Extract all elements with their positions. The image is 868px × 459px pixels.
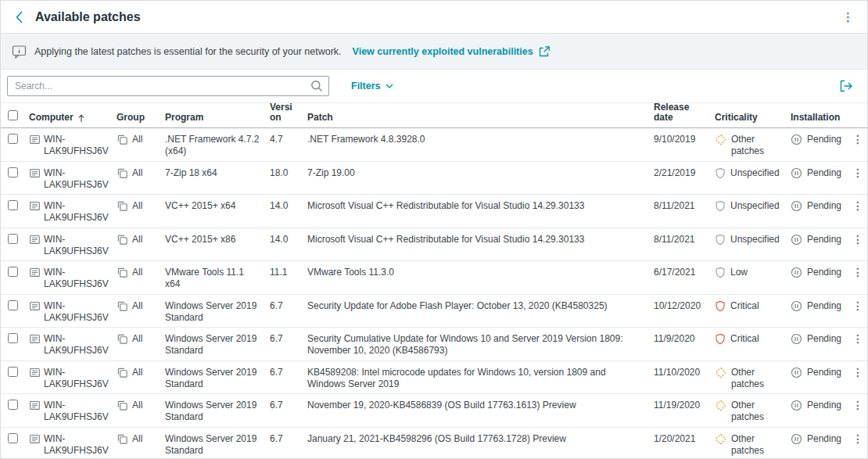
- row-menu-icon[interactable]: ⋮: [848, 267, 867, 278]
- filters-button[interactable]: Filters: [351, 81, 393, 91]
- criticality-cell: Other patches: [710, 400, 786, 423]
- table-row[interactable]: WIN-LAK9UFHSJ6V All VMware Tools 11.1 x6…: [1, 261, 867, 295]
- column-installation[interactable]: Installation: [786, 113, 848, 123]
- table-row[interactable]: WIN-LAK9UFHSJ6V All Windows Server 2019 …: [1, 361, 867, 395]
- row-menu-icon[interactable]: ⋮: [848, 333, 867, 345]
- column-patch[interactable]: Patch: [303, 113, 649, 123]
- toolbar: Filters: [1, 70, 867, 102]
- installation-status: Pending: [807, 134, 841, 145]
- table-row[interactable]: WIN-LAK9UFHSJ6V All VC++ 2015+ x64 14.0 …: [1, 195, 867, 228]
- column-group[interactable]: Group: [112, 113, 160, 123]
- row-checkbox[interactable]: [8, 267, 18, 277]
- computer-cell: WIN-LAK9UFHSJ6V: [24, 200, 112, 224]
- other-patch-icon: [715, 433, 726, 457]
- row-menu-icon[interactable]: ⋮: [848, 400, 867, 411]
- installation-status: Pending: [807, 300, 841, 312]
- row-check-cell: [1, 367, 24, 380]
- criticality-label: Other patches: [731, 433, 781, 457]
- criticality-shield-icon: [715, 300, 726, 312]
- installation-cell: Pending: [786, 200, 848, 212]
- row-check-cell: [1, 400, 24, 413]
- search-icon[interactable]: [310, 80, 323, 92]
- table-row[interactable]: WIN-LAK9UFHSJ6V All Windows Server 2019 …: [1, 428, 867, 459]
- column-version[interactable]: Version: [265, 102, 303, 123]
- pending-pause-icon: [791, 167, 802, 179]
- criticality-label: Unspecified: [730, 234, 780, 246]
- row-checkbox[interactable]: [8, 300, 18, 310]
- version: 6.7: [265, 367, 303, 378]
- group-cell: All: [112, 200, 160, 212]
- table-row[interactable]: WIN-LAK9UFHSJ6V All Windows Server 2019 …: [1, 295, 867, 328]
- row-checkbox[interactable]: [8, 167, 18, 178]
- criticality-label: Critical: [730, 300, 759, 312]
- info-bubble-icon: [12, 45, 27, 59]
- installation-cell: Pending: [786, 234, 848, 246]
- page-title: Available patches: [35, 10, 141, 24]
- row-menu-icon[interactable]: ⋮: [848, 200, 867, 212]
- search-input[interactable]: [7, 76, 329, 96]
- export-icon[interactable]: [838, 78, 855, 94]
- criticality-label: Low: [730, 267, 748, 278]
- table-row[interactable]: WIN-LAK9UFHSJ6V All 7-Zip 18 x64 18.0 7-…: [1, 162, 867, 195]
- other-patch-icon: [715, 134, 726, 157]
- computer-name: WIN-LAK9UFHSJ6V: [44, 134, 109, 157]
- row-menu-icon[interactable]: ⋮: [848, 167, 867, 179]
- external-link-icon[interactable]: [538, 45, 551, 58]
- row-checkbox[interactable]: [8, 367, 18, 377]
- patch-name: 7-Zip 19.00: [303, 167, 649, 179]
- installation-cell: Pending: [786, 333, 848, 345]
- row-checkbox[interactable]: [8, 433, 18, 443]
- computer-cell: WIN-LAK9UFHSJ6V: [24, 433, 112, 457]
- row-menu-icon[interactable]: ⋮: [848, 433, 867, 445]
- criticality-shield-icon: [715, 267, 726, 278]
- installation-cell: Pending: [786, 300, 848, 312]
- computer-name: WIN-LAK9UFHSJ6V: [44, 333, 109, 357]
- pending-pause-icon: [791, 433, 802, 445]
- available-patches-page: Available patches ⋮ Applying the latest …: [1, 1, 867, 459]
- column-release-date[interactable]: Release date: [649, 102, 710, 123]
- group-icon: [117, 300, 128, 312]
- program-name: Windows Server 2019 Standard: [160, 300, 265, 324]
- group-icon: [117, 367, 128, 378]
- row-menu-icon[interactable]: ⋮: [848, 367, 867, 378]
- table-row[interactable]: WIN-LAK9UFHSJ6V All Windows Server 2019 …: [1, 394, 867, 428]
- sort-ascending-icon[interactable]: [78, 114, 84, 123]
- criticality-label: Critical: [730, 333, 759, 345]
- row-menu-icon[interactable]: ⋮: [848, 300, 867, 312]
- release-date: 11/9/2020: [649, 333, 710, 345]
- row-checkbox[interactable]: [8, 400, 18, 410]
- group-icon: [117, 167, 128, 179]
- page-menu-icon[interactable]: ⋮: [838, 9, 858, 24]
- row-checkbox[interactable]: [8, 200, 18, 210]
- release-date: 6/17/2021: [649, 267, 710, 278]
- column-criticality[interactable]: Criticality: [710, 113, 786, 123]
- table-row[interactable]: WIN-LAK9UFHSJ6V All .NET Framework 4.7.2…: [1, 128, 867, 162]
- criticality-label: Other patches: [731, 400, 781, 423]
- row-menu-icon[interactable]: ⋮: [848, 234, 867, 246]
- row-checkbox[interactable]: [8, 134, 18, 144]
- exploited-vulnerabilities-link[interactable]: View currently exploited vulnerabilities: [353, 46, 533, 57]
- criticality-shield-icon: [715, 234, 726, 246]
- row-checkbox[interactable]: [8, 234, 18, 244]
- pending-pause-icon: [791, 234, 802, 246]
- criticality-cell: Unspecified: [710, 167, 786, 179]
- column-computer[interactable]: Computer: [24, 113, 112, 123]
- column-program[interactable]: Program: [160, 113, 265, 123]
- criticality-shield-icon: [715, 333, 726, 345]
- release-date: 10/12/2020: [649, 300, 710, 312]
- row-checkbox[interactable]: [8, 333, 18, 343]
- criticality-cell: Critical: [710, 300, 786, 312]
- criticality-cell: Unspecified: [710, 234, 786, 246]
- select-all-checkbox[interactable]: [8, 110, 18, 120]
- group-name: All: [132, 234, 142, 246]
- computer-cell: WIN-LAK9UFHSJ6V: [24, 367, 112, 390]
- patch-name: Microsoft Visual C++ Redistributable for…: [303, 234, 649, 246]
- table-row[interactable]: WIN-LAK9UFHSJ6V All VC++ 2015+ x86 14.0 …: [1, 228, 867, 262]
- group-icon: [117, 200, 128, 212]
- select-all-cell: [1, 110, 24, 123]
- back-button[interactable]: [10, 9, 27, 26]
- row-menu-icon[interactable]: ⋮: [848, 134, 867, 145]
- group-name: All: [132, 300, 142, 312]
- version: 6.7: [265, 400, 303, 411]
- table-row[interactable]: WIN-LAK9UFHSJ6V All Windows Server 2019 …: [1, 328, 867, 361]
